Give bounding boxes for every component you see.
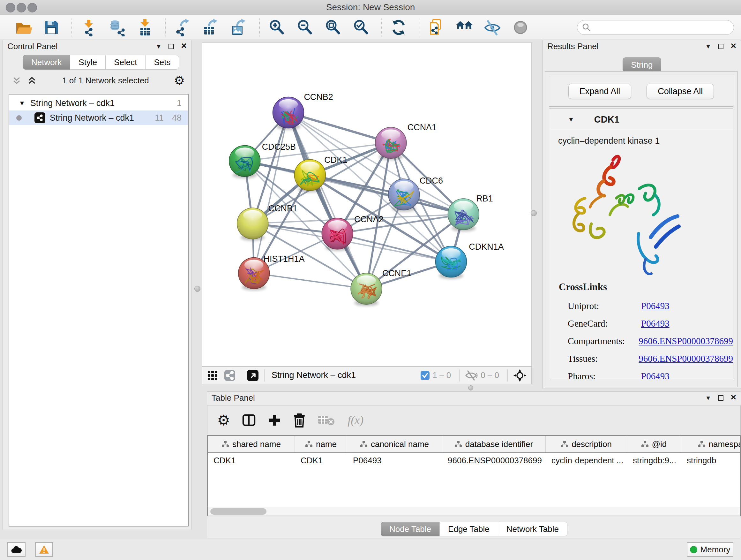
zoom-selected-icon bbox=[352, 18, 370, 37]
open-folder-icon bbox=[14, 18, 32, 37]
import-network-from-database-button[interactable] bbox=[107, 17, 127, 37]
export-image-button[interactable] bbox=[229, 17, 249, 37]
tab-node-table[interactable]: Node Table bbox=[381, 522, 440, 537]
first-neighbors-button[interactable] bbox=[455, 17, 474, 37]
bottom-splitter-handle[interactable] bbox=[468, 385, 473, 390]
crosslink-row: Tissues:9606.ENSP00000378699 bbox=[559, 350, 733, 368]
crosslink-link[interactable]: 9606.ENSP00000378699 bbox=[638, 354, 733, 364]
network-edge-CCNB2-HIST1H1A[interactable] bbox=[254, 113, 288, 273]
tab-select[interactable]: Select bbox=[105, 55, 145, 70]
string-import-button[interactable] bbox=[426, 17, 446, 37]
delete-table-icon bbox=[318, 414, 336, 427]
table-horizontal-scrollbar[interactable] bbox=[208, 507, 740, 516]
selected-checkbox-icon[interactable] bbox=[420, 371, 430, 380]
open-session-button[interactable] bbox=[13, 17, 33, 37]
column-tree-icon bbox=[641, 441, 649, 448]
node-label-HIST1H1A: HIST1H1A bbox=[264, 254, 305, 264]
scrollbar-thumb[interactable] bbox=[210, 508, 266, 515]
network-row-selected[interactable]: String Network – cdk1 11 48 bbox=[9, 111, 188, 125]
search-input[interactable] bbox=[591, 22, 734, 32]
table-row[interactable]: CDK1CDK1P064939606.ENSP00000378699cyclin… bbox=[208, 453, 740, 468]
protein-card: ▼ CDK1 cyclin–dependent kinase 1 bbox=[549, 109, 733, 379]
grid-view-icon[interactable] bbox=[206, 369, 219, 381]
collapse-all-icon[interactable] bbox=[11, 75, 22, 86]
zoom-selected-button[interactable] bbox=[351, 17, 371, 37]
column-header-namespac[interactable]: namespac bbox=[681, 436, 741, 452]
tab-string[interactable]: String bbox=[623, 57, 662, 72]
crosslink-link[interactable]: P06493 bbox=[641, 318, 670, 329]
column-tree-icon bbox=[698, 441, 705, 448]
float-menu-icon[interactable]: ▼ bbox=[156, 44, 162, 50]
crosslink-link[interactable]: P06493 bbox=[641, 371, 670, 379]
network-edge-CCNB2-CCNA1[interactable] bbox=[288, 113, 391, 143]
warnings-button[interactable] bbox=[35, 542, 53, 557]
show-columns-icon[interactable] bbox=[242, 413, 256, 428]
protein-card-header[interactable]: ▼ CDK1 bbox=[549, 109, 733, 130]
eye-slash-icon bbox=[483, 18, 501, 37]
cloud-button[interactable] bbox=[7, 542, 25, 557]
close-panel-icon[interactable]: × bbox=[181, 41, 187, 51]
zoom-out-button[interactable] bbox=[295, 17, 315, 37]
column-header-description[interactable]: description bbox=[546, 436, 627, 452]
right-splitter-handle[interactable] bbox=[531, 210, 537, 216]
close-panel-icon[interactable]: × bbox=[731, 392, 736, 402]
crosslink-label: GeneCard: bbox=[568, 318, 641, 329]
float-panel-icon[interactable] bbox=[169, 44, 174, 49]
export-network-button[interactable] bbox=[173, 17, 193, 37]
expand-all-button[interactable]: Expand All bbox=[568, 84, 631, 99]
network-edge-HIST1H1A-CCNE1[interactable] bbox=[254, 273, 366, 289]
close-panel-icon[interactable]: × bbox=[731, 41, 736, 51]
protein-name: CDK1 bbox=[594, 114, 619, 125]
delete-column-trash-icon[interactable] bbox=[293, 413, 306, 428]
collection-expand-icon[interactable]: ▼ bbox=[19, 100, 25, 107]
network-collection-row[interactable]: ▼ String Network – cdk1 1 bbox=[9, 96, 188, 111]
node-selection-mode-icon[interactable] bbox=[513, 368, 527, 382]
refresh-button[interactable] bbox=[389, 17, 408, 37]
create-column-plus-icon[interactable] bbox=[268, 414, 281, 427]
memory-button[interactable]: Memory bbox=[687, 542, 733, 557]
birds-eye-view-icon[interactable] bbox=[246, 369, 259, 382]
import-table-button[interactable] bbox=[135, 17, 155, 37]
string-document-icon bbox=[427, 18, 445, 37]
network-canvas[interactable]: CCNB2CCNA1CDC25BCDK1CDC6RB1CCNB1CCNA2CDK… bbox=[202, 43, 532, 367]
column-header-name[interactable]: name bbox=[295, 436, 347, 452]
table-panel-title: Table Panel bbox=[212, 393, 255, 403]
zoom-in-button[interactable] bbox=[267, 17, 286, 37]
column-header-shared-name[interactable]: shared name bbox=[208, 436, 295, 452]
table-options-gear-icon[interactable]: ⚙ bbox=[217, 413, 230, 428]
network-options-gear-icon[interactable]: ⚙ bbox=[174, 74, 185, 86]
expand-all-icon[interactable] bbox=[26, 75, 37, 86]
tab-edge-table[interactable]: Edge Table bbox=[440, 522, 498, 537]
control-panel-title: Control Panel bbox=[7, 42, 58, 51]
collapse-all-button[interactable]: Collapse All bbox=[647, 84, 714, 99]
collapse-card-icon[interactable]: ▼ bbox=[568, 116, 575, 123]
float-menu-icon[interactable]: ▼ bbox=[705, 44, 711, 50]
crosslink-link[interactable]: P06493 bbox=[641, 301, 670, 311]
table-body: CDK1CDK1P064939606.ENSP00000378699cyclin… bbox=[208, 453, 740, 507]
import-network-button[interactable] bbox=[79, 17, 99, 37]
tab-sets[interactable]: Sets bbox=[145, 55, 179, 70]
float-menu-icon[interactable]: ▼ bbox=[705, 395, 711, 401]
save-session-button[interactable] bbox=[42, 17, 61, 37]
hide-selected-button[interactable] bbox=[482, 17, 502, 37]
column-header-canonical-name[interactable]: canonical name bbox=[347, 436, 442, 452]
float-panel-icon[interactable] bbox=[718, 44, 724, 49]
show-all-button[interactable] bbox=[511, 17, 530, 37]
share-view-icon[interactable] bbox=[224, 369, 236, 381]
export-table-button[interactable] bbox=[201, 17, 221, 37]
table-cell: CDK1 bbox=[208, 455, 295, 465]
column-header-@id[interactable]: @id bbox=[627, 436, 681, 452]
crosslink-link[interactable]: 9606.ENSP00000378699 bbox=[638, 336, 733, 347]
float-panel-icon[interactable] bbox=[718, 395, 724, 401]
column-header-database-identifier[interactable]: database identifier bbox=[442, 436, 546, 452]
tab-network[interactable]: Network bbox=[23, 55, 70, 70]
left-splitter-handle[interactable] bbox=[194, 286, 200, 292]
network-view-panel: CCNB2CCNA1CDC25BCDK1CDC6RB1CCNB1CCNA2CDK… bbox=[202, 43, 532, 384]
protein-structure-image bbox=[562, 150, 733, 279]
zoom-fit-icon bbox=[324, 18, 342, 37]
tab-style[interactable]: Style bbox=[70, 55, 106, 70]
current-network-indicator-icon bbox=[16, 115, 22, 121]
tab-network-table[interactable]: Network Table bbox=[498, 522, 567, 537]
results-panel: Results Panel ▼ × String Expand All Coll… bbox=[542, 40, 741, 389]
zoom-fit-button[interactable] bbox=[323, 17, 343, 37]
